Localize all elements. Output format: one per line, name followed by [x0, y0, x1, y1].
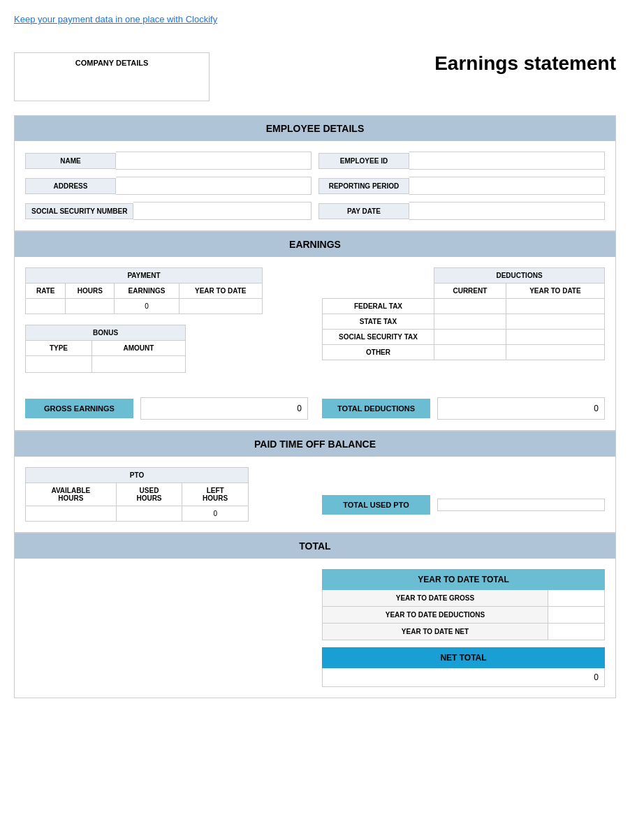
net-total-value[interactable]: 0 [322, 668, 605, 687]
earnings-section: EARNINGS PAYMENT RATE HOURS EARNINGS YEA… [14, 231, 616, 431]
pto-used-col: USEDHOURS [116, 483, 182, 506]
total-used-pto-label: TOTAL USED PTO [322, 495, 430, 515]
bonus-header: BONUS [26, 325, 186, 341]
ytd-gross-value[interactable] [548, 590, 604, 606]
pto-table-header: PTO [26, 468, 249, 483]
state-tax-label: STATE TAX [323, 314, 434, 330]
ytd-total-header: YEAR TO DATE TOTAL [322, 569, 605, 590]
company-details-label: COMPANY DETAILS [75, 59, 149, 67]
pto-right: TOTAL USED PTO [322, 495, 605, 515]
pto-section: PAID TIME OFF BALANCE PTO AVAILABLEHOURS… [14, 431, 616, 533]
address-row: ADDRESS [25, 177, 312, 195]
pto-section-header: PAID TIME OFF BALANCE [15, 432, 615, 457]
earnings-content: PAYMENT RATE HOURS EARNINGS YEAR TO DATE… [15, 257, 615, 383]
bonus-col-type: TYPE [26, 341, 92, 356]
social-security-label: SOCIAL SECURITY TAX [323, 330, 434, 345]
pto-available-cell[interactable] [26, 506, 117, 522]
social-security-ytd[interactable] [506, 330, 604, 345]
ytd-net-value[interactable] [548, 624, 604, 640]
reporting-period-input[interactable] [409, 177, 605, 195]
deductions-col-ytd: YEAR TO DATE [506, 283, 604, 299]
gross-earnings-row: GROSS EARNINGS 0 [25, 397, 308, 420]
employee-id-input[interactable] [409, 152, 605, 170]
total-deductions-row: TOTAL DEDUCTIONS 0 [322, 397, 605, 420]
total-section: TOTAL YEAR TO DATE TOTAL YEAR TO DATE GR… [14, 533, 616, 698]
payment-rate-cell[interactable] [26, 299, 66, 314]
other-current[interactable] [434, 345, 506, 360]
ytd-total-container: YEAR TO DATE TOTAL YEAR TO DATE GROSS YE… [322, 569, 605, 640]
net-total-container: NET TOTAL 0 [322, 647, 605, 687]
employee-id-row: EMPLOYEE ID [318, 152, 605, 170]
pto-table: PTO AVAILABLEHOURS USEDHOURS LEFTHOURS 0 [25, 467, 249, 522]
federal-tax-row: FEDERAL TAX [323, 299, 605, 314]
bonus-row [26, 356, 186, 373]
bonus-table: BONUS TYPE AMOUNT [25, 325, 186, 373]
clockify-link[interactable]: Keep your payment data in one place with… [14, 14, 616, 24]
ssn-row: SOCIAL SECURITY NUMBER [25, 202, 312, 220]
other-ytd[interactable] [506, 345, 604, 360]
state-tax-current[interactable] [434, 314, 506, 330]
total-deductions-value[interactable]: 0 [437, 397, 605, 420]
pto-content: PTO AVAILABLEHOURS USEDHOURS LEFTHOURS 0 [15, 457, 615, 532]
ytd-gross-row: YEAR TO DATE GROSS [322, 590, 605, 607]
address-input[interactable] [116, 177, 312, 195]
deductions-col-current: CURRENT [434, 283, 506, 299]
other-label: OTHER [323, 345, 434, 360]
bonus-col-amount: AMOUNT [91, 341, 185, 356]
total-left [25, 569, 308, 687]
pto-left-cell[interactable]: 0 [182, 506, 249, 522]
page-title: Earnings statement [434, 52, 616, 75]
pto-used-cell[interactable] [116, 506, 182, 522]
ssn-input[interactable] [133, 202, 312, 220]
total-used-pto-value[interactable] [437, 499, 605, 511]
gross-earnings-value[interactable]: 0 [140, 397, 308, 420]
bonus-type-cell[interactable] [26, 356, 92, 373]
name-row: NAME [25, 152, 312, 170]
total-deductions-label: TOTAL DEDUCTIONS [322, 399, 430, 418]
pay-date-row: PAY DATE [318, 202, 605, 220]
ytd-gross-label: YEAR TO DATE GROSS [323, 590, 548, 606]
federal-tax-current[interactable] [434, 299, 506, 314]
pay-date-input[interactable] [409, 202, 605, 220]
name-input[interactable] [116, 152, 312, 170]
reporting-period-row: REPORTING PERIOD [318, 177, 605, 195]
earnings-header: EARNINGS [15, 232, 615, 257]
state-tax-ytd[interactable] [506, 314, 604, 330]
federal-tax-ytd[interactable] [506, 299, 604, 314]
federal-tax-label: FEDERAL TAX [323, 299, 434, 314]
payment-hours-cell[interactable] [66, 299, 115, 314]
address-label: ADDRESS [25, 178, 116, 194]
payment-col-hours: HOURS [66, 283, 115, 299]
employee-left-col: NAME ADDRESS SOCIAL SECURITY NUMBER [25, 152, 312, 220]
total-content: YEAR TO DATE TOTAL YEAR TO DATE GROSS YE… [15, 559, 615, 698]
employee-id-label: EMPLOYEE ID [318, 153, 409, 169]
payment-ytd-cell[interactable] [179, 299, 262, 314]
page-header: COMPANY DETAILS Earnings statement [14, 52, 616, 101]
reporting-period-label: REPORTING PERIOD [318, 178, 409, 194]
ssn-label: SOCIAL SECURITY NUMBER [25, 203, 133, 219]
deductions-table: DEDUCTIONS CURRENT YEAR TO DATE FEDERAL … [322, 267, 605, 360]
employee-right-col: EMPLOYEE ID REPORTING PERIOD PAY DATE [318, 152, 605, 220]
payment-col-earnings: EARNINGS [115, 283, 179, 299]
pto-row: 0 [26, 506, 249, 522]
gross-earnings-label: GROSS EARNINGS [25, 399, 133, 418]
gross-earnings-container: GROSS EARNINGS 0 [25, 387, 308, 420]
deductions-header: DEDUCTIONS [434, 268, 605, 283]
name-label: NAME [25, 153, 116, 169]
total-section-header: TOTAL [15, 533, 615, 559]
pto-left-col: LEFTHOURS [182, 483, 249, 506]
company-details-box: COMPANY DETAILS [14, 52, 210, 101]
earnings-right: DEDUCTIONS CURRENT YEAR TO DATE FEDERAL … [322, 267, 605, 373]
employee-details-grid: NAME ADDRESS SOCIAL SECURITY NUMBER EMPL… [15, 141, 615, 230]
ytd-deductions-row: YEAR TO DATE DEDUCTIONS [322, 607, 605, 624]
payment-col-ytd: YEAR TO DATE [179, 283, 262, 299]
ytd-deductions-value[interactable] [548, 607, 604, 623]
pay-date-label: PAY DATE [318, 203, 409, 219]
social-security-current[interactable] [434, 330, 506, 345]
ytd-net-row: YEAR TO DATE NET [322, 624, 605, 640]
bonus-amount-cell[interactable] [91, 356, 185, 373]
ytd-net-label: YEAR TO DATE NET [323, 624, 548, 640]
ytd-deductions-label: YEAR TO DATE DEDUCTIONS [323, 607, 548, 623]
payment-earnings-cell[interactable]: 0 [115, 299, 179, 314]
payment-table: PAYMENT RATE HOURS EARNINGS YEAR TO DATE… [25, 267, 263, 314]
